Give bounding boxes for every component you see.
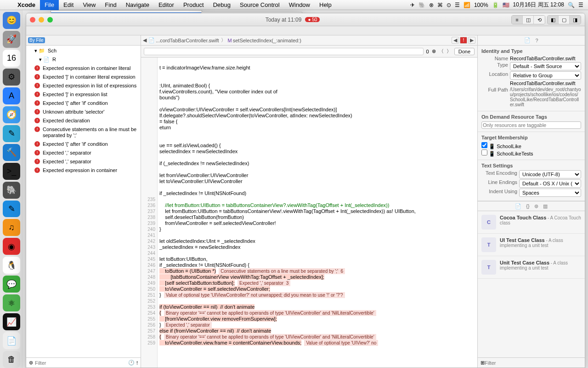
panel-toggle-segment[interactable]: ◧▢◨ (547, 15, 581, 24)
inline-error[interactable]: Expected ',' separator 3 (237, 280, 290, 286)
issue[interactable]: !Expected declaration (26, 116, 141, 125)
dock-settings[interactable]: ⚙ (3, 69, 20, 86)
jump-bar[interactable]: ◀ 📄...cordTabBarController.swift〉 MsetSe… (141, 35, 477, 46)
encoding-select[interactable]: Unicode (UTF-8) (519, 170, 581, 178)
dock-trash[interactable]: 🗑 (3, 351, 20, 368)
issue[interactable]: !Expected '{' after 'if' condition (26, 99, 141, 108)
issue[interactable]: !Unknown attribute 'selector' (26, 108, 141, 116)
dock-calendar[interactable]: 16 (3, 50, 20, 67)
issue-badge[interactable]: ! (460, 37, 467, 44)
dock-activity[interactable]: 📈 (3, 313, 20, 330)
find-done[interactable]: Done (454, 48, 475, 55)
target-check-1[interactable] (481, 142, 487, 148)
menu-product[interactable]: Product (179, 0, 209, 10)
filter-icon[interactable]: ⊛ (29, 360, 33, 366)
menu-editor[interactable]: Editor (154, 0, 179, 10)
status-icon[interactable]: ⊗ (429, 2, 434, 8)
location-select[interactable]: Relative to Group (510, 71, 581, 80)
nav-back[interactable]: ◀ (143, 37, 147, 43)
odr-input[interactable] (481, 121, 581, 129)
menu-window[interactable]: Window (284, 0, 315, 10)
issue-next[interactable]: ▶ (468, 37, 475, 44)
library-item[interactable]: TUnit Test Case Class - A class implemen… (478, 256, 585, 279)
issue-file[interactable]: ▾ 📄R (26, 55, 141, 64)
indent-select[interactable]: Spaces (519, 189, 581, 197)
inspector-tabs[interactable]: 📄? (478, 35, 585, 46)
library-filter-input[interactable] (485, 360, 582, 366)
dock-finder[interactable]: 😊 (3, 12, 20, 29)
editor-mode-segment[interactable]: ≡◫⟲ (511, 15, 545, 24)
menu-edit[interactable]: Edit (59, 0, 78, 10)
issue[interactable]: !Expected expression in container litera… (26, 64, 141, 73)
status-icon[interactable]: ⊙ (447, 2, 451, 8)
status-icon[interactable]: ✈ (410, 2, 415, 8)
dock-app[interactable]: ✎ (3, 201, 20, 218)
status-icon[interactable]: ⌘ (437, 2, 443, 8)
target-check-2[interactable] (481, 150, 487, 155)
find-next[interactable]: 〉 (447, 48, 452, 55)
find-prev[interactable]: 〈 (439, 48, 444, 55)
menu-navigate[interactable]: Navigate (121, 0, 154, 10)
by-file-tab[interactable]: By File (28, 37, 45, 43)
inline-error[interactable]: Expected ',' separator (164, 322, 212, 328)
dock-itunes[interactable]: ♫ (3, 219, 20, 236)
grid-icon[interactable]: ⊞ (481, 360, 485, 366)
library-tabs[interactable]: 📄{}⊚▥ (478, 201, 585, 211)
dock-app[interactable]: ◉ (3, 238, 20, 255)
inline-error[interactable]: Consecutive statements on a line must be… (219, 268, 345, 274)
status-icon[interactable]: 🐘 (418, 2, 425, 8)
menu-find[interactable]: Find (100, 0, 121, 10)
app-menu[interactable]: Xcode (13, 1, 40, 8)
menu-file[interactable]: File (40, 0, 59, 10)
filter-input[interactable] (35, 360, 126, 366)
clear-icon[interactable]: ⊗ (432, 48, 436, 54)
find-input[interactable] (144, 48, 424, 55)
menu-help[interactable]: Help (315, 0, 336, 10)
issue[interactable]: !Expected ',' separator (26, 157, 141, 166)
flag-icon[interactable]: 🇺🇸 (503, 2, 509, 8)
inline-error[interactable]: Binary operator '==' cannot be applied t… (164, 310, 376, 316)
issue[interactable]: !Expected ']' in container literal expre… (26, 73, 141, 81)
inline-error[interactable]: Value of optional type 'UIViewController… (164, 292, 345, 298)
dock-appstore[interactable]: A (3, 87, 20, 104)
line-endings-select[interactable]: Default - OS X / Unix (...) (519, 179, 581, 188)
close-button[interactable] (30, 17, 35, 23)
menu-source-control[interactable]: Source Control (235, 0, 284, 10)
search-icon[interactable]: 🔍 (568, 2, 575, 8)
issue-group[interactable]: ▾ 📁Sch (26, 46, 141, 55)
minimize-button[interactable] (39, 17, 44, 23)
issue[interactable]: !Consecutive statements on a line must b… (26, 125, 141, 140)
code-body[interactable]: t = indicatorImageView.frame.size.height… (158, 58, 477, 368)
issue[interactable]: !Expected expression in container (26, 166, 141, 175)
issue[interactable]: !Expected ',' separator (26, 149, 141, 157)
battery[interactable]: 100% (474, 2, 488, 8)
dock-app[interactable]: 📄 (3, 332, 20, 349)
file-inspector-icon[interactable]: 📄 (524, 37, 531, 43)
dock-atom[interactable]: ⚛ (3, 294, 20, 311)
dock-qq[interactable]: 🐧 (3, 257, 20, 274)
issue[interactable]: !Expected '{' after 'if' condition (26, 140, 141, 149)
help-inspector-icon[interactable]: ? (535, 38, 538, 43)
dock-safari[interactable]: 🧭 (3, 106, 20, 123)
list-icon[interactable]: ☰ (578, 2, 583, 8)
dock-app[interactable]: ✎ (3, 125, 20, 142)
issue[interactable]: !Expected expression in list of expressi… (26, 81, 141, 90)
dock-xcode[interactable]: 🔨 (3, 144, 20, 161)
inline-error[interactable]: Binary operator '==' cannot be applied t… (164, 334, 376, 340)
issue[interactable]: !Expected ']' in expression list (26, 90, 141, 99)
wifi-icon[interactable]: 📶 (464, 2, 470, 8)
error-filter-icon[interactable]: ! (136, 360, 138, 366)
library-item[interactable]: CCocoa Touch Class - A Cocoa Touch class (478, 211, 585, 234)
code-area[interactable]: 2352362372382392402412422432442452462472… (141, 58, 477, 368)
zoom-button[interactable] (47, 17, 53, 23)
datetime[interactable]: 10月16日 周五 12:08 (513, 1, 564, 9)
navigator-tabs[interactable]: By File (26, 35, 141, 46)
dock-launchpad[interactable]: 🚀 (3, 31, 20, 48)
menu-view[interactable]: View (78, 0, 100, 10)
dock-wechat[interactable]: 💬 (3, 276, 20, 293)
type-select[interactable]: Default - Swift Source (510, 62, 581, 70)
dock-evernote[interactable]: 🐘 (3, 182, 20, 199)
library-item[interactable]: TUI Test Case Class - A class implementi… (478, 234, 585, 256)
menu-debug[interactable]: Debug (209, 0, 235, 10)
status-icon[interactable]: ☰ (455, 2, 460, 8)
